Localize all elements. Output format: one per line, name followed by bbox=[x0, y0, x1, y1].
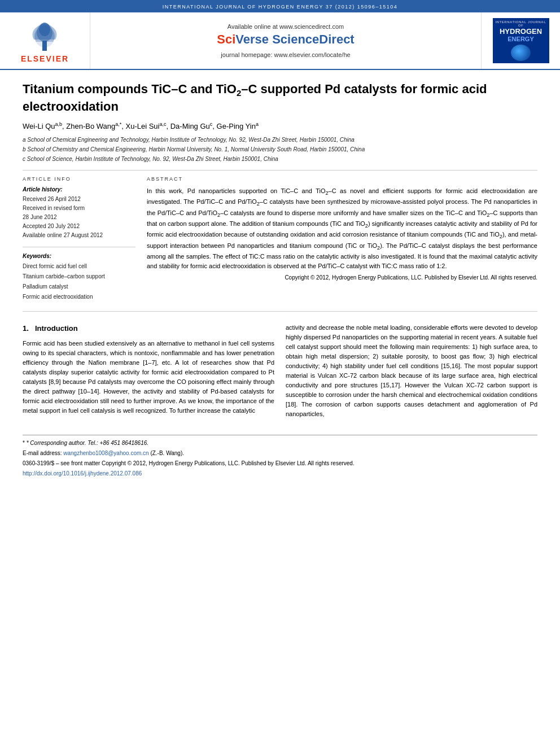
paper-title: Titanium compounds TiC–C and TiO2–C supp… bbox=[23, 81, 537, 115]
intro-right-paragraph: activity and decrease the noble metal lo… bbox=[286, 323, 537, 419]
abstract-label: ABSTRACT bbox=[147, 176, 537, 182]
email-line: E-mail address: wangzhenbo1008@yahoo.com… bbox=[23, 449, 537, 457]
affiliation-c: c School of Science, Harbin Institute of… bbox=[23, 155, 537, 163]
keyword-1: Direct formic acid fuel cell bbox=[23, 261, 135, 272]
email-label-text: E-mail address: bbox=[23, 450, 62, 456]
copyright-text: Copyright © 2012, Hydrogen Energy Public… bbox=[147, 274, 537, 281]
keyword-3: Palladium catalyst bbox=[23, 282, 135, 292]
elsevier-text: ELSEVIER bbox=[21, 54, 69, 63]
doi-line: http://dx.doi.org/10.1016/j.ijhydene.201… bbox=[23, 469, 537, 478]
journal-top-bar: INTERNATIONAL JOURNAL OF HYDROGEN ENERGY… bbox=[0, 0, 560, 12]
intro-left-paragraph: Formic acid has been studied extensively… bbox=[23, 339, 274, 416]
corresponding-label: * * Corresponding author. Tel.: +86 451 … bbox=[23, 440, 148, 446]
journal-header: INTERNATIONAL JOURNAL OF HYDROGEN ENERGY… bbox=[0, 0, 560, 70]
keywords-label: Keywords: bbox=[23, 253, 135, 259]
keywords-group: Keywords: Direct formic acid fuel cell T… bbox=[23, 253, 135, 302]
sciverse-direct: ScienceDirect bbox=[272, 32, 355, 46]
journal-top-bar-text: INTERNATIONAL JOURNAL OF HYDROGEN ENERGY… bbox=[163, 4, 398, 10]
issn-line: 0360-3199/$ – see front matter Copyright… bbox=[23, 459, 537, 468]
history-label: Article history: bbox=[23, 186, 135, 193]
keyword-2: Titanium carbide–carbon support bbox=[23, 272, 135, 282]
article-info-abstract: ARTICLE INFO Article history: Received 2… bbox=[23, 176, 537, 302]
svg-point-3 bbox=[39, 23, 50, 36]
corresponding-text: * Corresponding author. Tel.: +86 451 86… bbox=[27, 440, 148, 446]
received-date: Received 26 April 2012 bbox=[23, 195, 135, 204]
article-info-label: ARTICLE INFO bbox=[23, 176, 135, 182]
email-address: wangzhenbo1008@yahoo.com.cn bbox=[63, 450, 148, 456]
keyword-4: Formic acid electrooxidation bbox=[23, 292, 135, 302]
journal-homepage: journal homepage: www.elsevier.com/locat… bbox=[221, 51, 350, 58]
he-intl: INTERNATIONAL JOURNAL OF bbox=[495, 20, 547, 27]
section-heading: 1. Introduction bbox=[23, 323, 274, 334]
email-suffix: (Z.-B. Wang). bbox=[150, 450, 184, 456]
left-divider bbox=[23, 247, 135, 247]
received-revised-date: 28 June 2012 bbox=[23, 213, 135, 222]
article-history-group: Article history: Received 26 April 2012 … bbox=[23, 186, 135, 240]
paper-body: Titanium compounds TiC–C and TiO2–C supp… bbox=[0, 70, 560, 491]
elsevier-tree-icon bbox=[23, 18, 68, 52]
header-content: ELSEVIER Available online at www.science… bbox=[0, 12, 560, 69]
intro-section: 1. Introduction Formic acid has been stu… bbox=[23, 323, 537, 423]
he-energy: ENERGY bbox=[508, 36, 533, 42]
intro-columns: 1. Introduction Formic acid has been stu… bbox=[23, 323, 537, 423]
affiliation-b: b School of Chemistry and Chemical Engin… bbox=[23, 145, 537, 154]
received-revised-label: Received in revised form bbox=[23, 204, 135, 213]
divider bbox=[23, 170, 537, 171]
available-online-text: Available online at www.sciencedirect.co… bbox=[228, 23, 344, 30]
footnote-area: * * Corresponding author. Tel.: +86 451 … bbox=[23, 435, 537, 478]
elsevier-logo-area: ELSEVIER bbox=[0, 12, 90, 69]
sciverse-sci: Sci bbox=[217, 32, 235, 46]
section-divider bbox=[23, 311, 537, 312]
accepted-date: Accepted 20 July 2012 bbox=[23, 222, 135, 231]
available-online-date: Available online 27 August 2012 bbox=[23, 231, 135, 240]
he-hydrogen: HYDROGEN bbox=[500, 27, 542, 36]
authors-line: Wei-Li Qua,b, Zhen-Bo Wanga,*, Xu-Lei Su… bbox=[23, 121, 537, 130]
intro-right-col: activity and decrease the noble metal lo… bbox=[286, 323, 537, 423]
available-online: Available online at www.sciencedirect.co… bbox=[228, 23, 344, 30]
section-title: Introduction bbox=[35, 324, 78, 333]
corresponding-author: * * Corresponding author. Tel.: +86 451 … bbox=[23, 439, 537, 447]
abstract-text: In this work, Pd nanoparticles supported… bbox=[147, 186, 537, 271]
center-header: Available online at www.sciencedirect.co… bbox=[90, 12, 481, 69]
doi-link: http://dx.doi.org/10.1016/j.ijhydene.201… bbox=[23, 470, 142, 477]
affiliations: a School of Chemical Engineering and Tec… bbox=[23, 136, 537, 163]
intro-left-col: 1. Introduction Formic acid has been stu… bbox=[23, 323, 274, 423]
he-logo-box: INTERNATIONAL JOURNAL OF HYDROGEN ENERGY bbox=[493, 18, 549, 63]
affiliation-a: a School of Chemical Engineering and Tec… bbox=[23, 136, 537, 144]
abstract-col: ABSTRACT In this work, Pd nanoparticles … bbox=[147, 176, 537, 302]
section-number: 1. bbox=[23, 324, 29, 333]
hydrogen-energy-logo: INTERNATIONAL JOURNAL OF HYDROGEN ENERGY bbox=[481, 12, 560, 69]
homepage-label: journal homepage: www.elsevier.com/locat… bbox=[221, 51, 350, 58]
sciverse-logo: SciVerse ScienceDirect bbox=[217, 32, 354, 47]
he-logo-circle-icon bbox=[511, 45, 531, 61]
sciverse-verse: Verse bbox=[235, 32, 272, 46]
article-info-col: ARTICLE INFO Article history: Received 2… bbox=[23, 176, 135, 302]
